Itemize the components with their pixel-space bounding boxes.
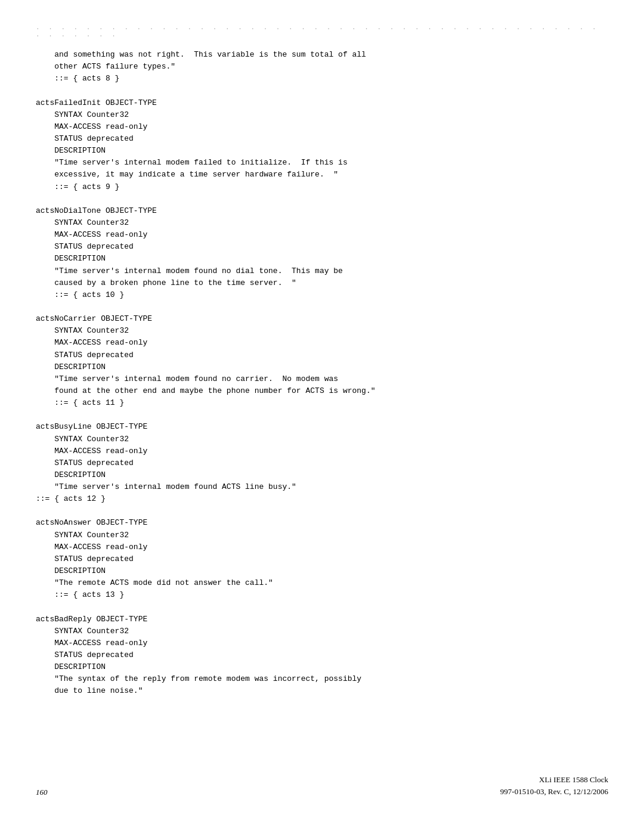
footer-right: XLi IEEE 1588 Clock 997-01510-03, Rev. C… xyxy=(500,774,608,797)
page-footer: 160 XLi IEEE 1588 Clock 997-01510-03, Re… xyxy=(36,774,608,797)
dot-separator: . . . . . . . . . . . . . . . . . . . . … xyxy=(36,24,608,38)
page-container: . . . . . . . . . . . . . . . . . . . . … xyxy=(0,0,644,821)
document-info: 997-01510-03, Rev. C, 12/12/2006 xyxy=(500,786,608,798)
page-number: 160 xyxy=(36,788,48,797)
document-title: XLi IEEE 1588 Clock xyxy=(500,774,608,786)
code-content: and something was not right. This variab… xyxy=(36,49,608,698)
